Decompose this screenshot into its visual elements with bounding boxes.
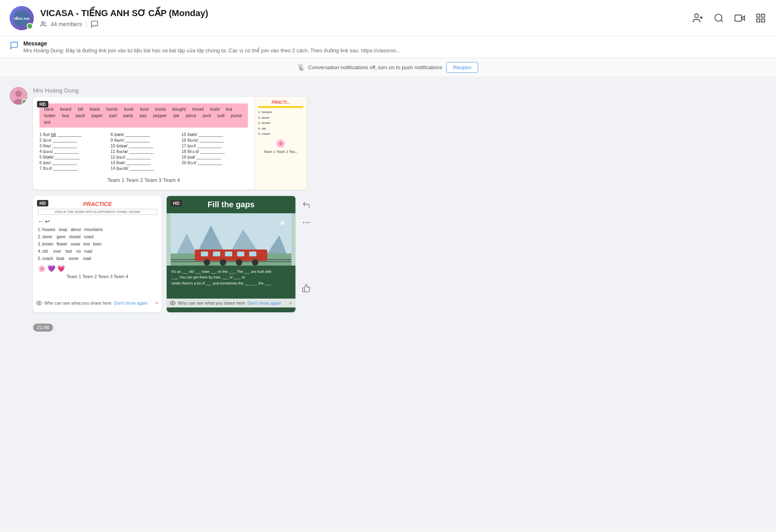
fill-who-can-see-text: Who can see what you share here bbox=[178, 301, 245, 305]
video-button[interactable] bbox=[734, 12, 745, 24]
exercise-item: 14 /pɑːsti/ ___________ bbox=[111, 166, 177, 171]
pinned-label: Message bbox=[23, 40, 766, 47]
dont-show-link[interactable]: Don't show again bbox=[114, 301, 148, 305]
hd-badge: HD bbox=[37, 101, 48, 107]
notification-bar: Conversation notifications off, turn on … bbox=[0, 58, 776, 77]
practice-team-row: Team 1 Team 2 Team 3 Team 4 bbox=[38, 274, 157, 279]
add-member-button[interactable] bbox=[692, 12, 704, 24]
side-team-label: Team 1 Team 2 Tea... bbox=[258, 150, 303, 154]
svg-rect-9 bbox=[735, 15, 741, 21]
fill-card[interactable]: HD Fill the gaps bbox=[167, 196, 295, 312]
svg-line-7 bbox=[721, 20, 723, 22]
svg-point-2 bbox=[41, 22, 43, 24]
exercise-item: 20 /bɔːt/ ___________ bbox=[182, 161, 248, 165]
pinned-message: Message Mrs Hoàng Dung: Đây là đường lin… bbox=[0, 36, 776, 58]
practice-card[interactable]: HD PRACTICE CIRCLE THE WORD WITH A DIFFE… bbox=[33, 196, 162, 312]
worksheet-image[interactable]: HD back beard bill black bbox=[33, 97, 307, 190]
search-button[interactable] bbox=[713, 12, 724, 24]
group-avatar[interactable]: TIẾNG ANH bbox=[10, 6, 34, 30]
message-block: Mrs Hoàng Dung HD back beard bbox=[10, 87, 766, 312]
exercise-item: 17 /puːl/ ___________ bbox=[182, 144, 248, 148]
exercise-item: 6 /peɪ/ ___________ bbox=[39, 161, 106, 165]
notification-text: Conversation notifications off, turn on … bbox=[308, 64, 442, 70]
svg-rect-33 bbox=[237, 252, 244, 256]
practice-subtitle: CIRCLE THE WORD WITH A DIFFERENT VOWEL S… bbox=[38, 209, 157, 215]
pinned-text: Mrs Hoàng Dung: Đây là đường link join v… bbox=[23, 47, 667, 54]
exercise-item: 7 /bɔːt/ ___________ bbox=[39, 166, 106, 171]
svg-point-38 bbox=[252, 259, 258, 266]
eye-icon-2 bbox=[170, 300, 175, 306]
bottom-images-row: HD PRACTICE CIRCLE THE WORD WITH A DIFFE… bbox=[33, 196, 766, 312]
svg-point-36 bbox=[220, 259, 226, 266]
practice-hd-badge: HD bbox=[37, 200, 48, 206]
exercise-item: 10 /pepə/ ___________ bbox=[111, 144, 177, 148]
fill-image-area: ❄ bbox=[167, 213, 295, 266]
exercise-item: 3 /baɪ/ ___________ bbox=[39, 144, 106, 148]
svg-point-42 bbox=[309, 222, 310, 223]
members-count: 44 members bbox=[51, 21, 82, 27]
svg-point-43 bbox=[303, 222, 304, 223]
svg-rect-31 bbox=[213, 252, 220, 256]
svg-rect-32 bbox=[225, 252, 232, 256]
message-actions bbox=[300, 199, 316, 312]
fill-dont-show-link[interactable]: Don't show again bbox=[248, 301, 281, 305]
exercise-item: 4 /pɑːs/ ___________ bbox=[39, 149, 106, 154]
reply-button[interactable] bbox=[300, 199, 312, 213]
who-can-see-text: Who can see what you share here bbox=[44, 301, 111, 305]
svg-rect-30 bbox=[201, 252, 208, 256]
exercise-item: 18 /brɔːd/ ___________ bbox=[182, 149, 248, 154]
header-actions bbox=[692, 12, 766, 24]
header-info: VICASA - TIẾNG ANH SƠ CẤP (Monday) 44 me… bbox=[40, 8, 208, 28]
who-can-see-bar-fill: Who can see what you share here Don't sh… bbox=[167, 299, 295, 307]
header-left: TIẾNG ANH VICASA - TIẾNG ANH SƠ CẤP (Mon… bbox=[10, 6, 208, 30]
header: TIẾNG ANH VICASA - TIẾNG ANH SƠ CẤP (Mon… bbox=[0, 0, 776, 36]
like-button[interactable] bbox=[300, 282, 312, 296]
svg-text:❄: ❄ bbox=[279, 219, 285, 227]
fill-text-area: It's an ___ old ___ town ___ on the ___.… bbox=[167, 266, 295, 289]
close-who-can-see[interactable]: ✕ bbox=[155, 301, 159, 306]
worksheet-main: back beard bill black bomb book boot boo… bbox=[33, 97, 254, 190]
exercise-item: 12 /pɑːt/ ___________ bbox=[111, 155, 177, 159]
svg-rect-13 bbox=[757, 19, 760, 22]
svg-point-40 bbox=[172, 302, 173, 304]
svg-text:TIẾNG ANH: TIẾNG ANH bbox=[14, 16, 30, 21]
fill-close-who-can-see[interactable]: ✕ bbox=[289, 301, 292, 306]
fill-title: Fill the gaps bbox=[167, 196, 295, 213]
message-icon bbox=[10, 41, 19, 52]
worksheet-body: back beard bill black bomb book boot boo… bbox=[33, 97, 254, 190]
svg-point-35 bbox=[204, 259, 210, 266]
more-options-button[interactable] bbox=[300, 217, 312, 231]
sender-online-badge bbox=[22, 99, 27, 104]
timestamp-area: 21:48 bbox=[10, 320, 766, 332]
timestamp-badge: 21:48 bbox=[33, 324, 53, 332]
chat-area: Mrs Hoàng Dung HD back beard bbox=[0, 77, 776, 528]
svg-point-41 bbox=[306, 222, 307, 223]
chat-bubble-icon[interactable] bbox=[91, 20, 99, 28]
pinned-content[interactable]: Message Mrs Hoàng Dung: Đây là đường lin… bbox=[23, 40, 766, 54]
reopen-button[interactable]: Reopen bbox=[446, 62, 479, 73]
exercise-item: 5 /blæk/ ___________ bbox=[39, 155, 106, 159]
exercise-item: 11 /bɑːtə/ ___________ bbox=[111, 149, 177, 154]
who-can-see-bar-practice: Who can see what you share here Don't sh… bbox=[33, 299, 162, 307]
exercise-item: 8 /pæk/ ___________ bbox=[111, 132, 177, 137]
svg-marker-8 bbox=[741, 16, 745, 20]
svg-rect-12 bbox=[762, 19, 765, 22]
word-bank: back beard bill black bomb book boot boo… bbox=[39, 103, 248, 128]
exercise-item: 19 /pɒt/ ___________ bbox=[182, 155, 248, 159]
group-title: VICASA - TIẾNG ANH SƠ CẤP (Monday) bbox=[40, 8, 208, 19]
layout-button[interactable] bbox=[755, 12, 766, 24]
fill-hd-badge: HD bbox=[171, 200, 182, 206]
svg-point-6 bbox=[715, 14, 722, 21]
sender-avatar[interactable] bbox=[10, 87, 27, 105]
exercise-item: 16 /buːts/ ___________ bbox=[182, 138, 248, 142]
practice-inner: PRACTICE CIRCLE THE WORD WITH A DIFFEREN… bbox=[33, 196, 162, 284]
online-badge bbox=[27, 23, 33, 29]
side-practice-card: PRACTI... 1. houses 2. stone 3. brown 4.… bbox=[254, 97, 307, 190]
message-content: Mrs Hoàng Dung HD back beard bbox=[33, 87, 766, 312]
eye-icon bbox=[36, 300, 42, 306]
exercise-item: 13 /bʊk/ ___________ bbox=[111, 161, 177, 165]
mute-icon bbox=[298, 64, 304, 71]
svg-rect-11 bbox=[762, 14, 765, 17]
train-scene-svg: ❄ bbox=[171, 213, 291, 266]
exercise-item: 1 /bɪl/ bill ___________ bbox=[39, 132, 106, 137]
